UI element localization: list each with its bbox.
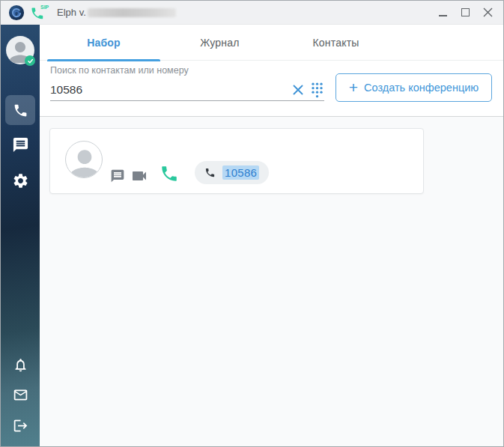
tab-dial-label: Набор [87, 37, 121, 49]
phone-icon [13, 103, 28, 118]
nav-notifications-button[interactable] [12, 356, 28, 373]
person-icon [65, 143, 103, 178]
maximize-button[interactable] [454, 1, 476, 25]
dialpad-button[interactable] [310, 82, 324, 98]
tab-journal-label: Журнал [200, 37, 239, 49]
video-call-button[interactable] [130, 167, 148, 188]
tab-journal[interactable]: Журнал [162, 25, 278, 61]
search-row [50, 79, 324, 101]
nav-mail-button[interactable] [12, 386, 28, 403]
close-icon [483, 7, 493, 17]
window-controls [431, 1, 499, 25]
content-area: 10586 [40, 117, 504, 447]
avatar-status-badge [25, 55, 35, 66]
dialpad-icon [310, 82, 324, 98]
close-icon [292, 84, 304, 96]
tab-contacts[interactable]: Контакты [278, 25, 394, 61]
app-window: { "window": { "title_prefix": "Elph v.",… [0, 0, 504, 447]
sip-phone-icon: SIP [30, 4, 51, 22]
app-logo-icon [8, 4, 25, 21]
chip-phone-icon [204, 167, 216, 178]
tab-dial[interactable]: Набор [46, 25, 162, 61]
chat-icon [110, 168, 125, 183]
redacted-version [88, 8, 176, 17]
window-title: Elph v. [57, 7, 176, 18]
search-input[interactable] [50, 80, 286, 100]
chat-action-button[interactable] [110, 168, 125, 186]
tab-bar: Набор Журнал Контакты [40, 25, 504, 61]
sidebar [1, 25, 40, 447]
nav-phone-button[interactable] [5, 95, 35, 125]
minimize-icon [439, 15, 447, 16]
main-header: Набор Журнал Контакты Поиск по контактам… [40, 25, 504, 117]
number-chip[interactable]: 10586 [195, 161, 269, 184]
tab-contacts-label: Контакты [312, 37, 359, 49]
search-label: Поиск по контактам или номеру [50, 65, 189, 76]
nav-chats-button[interactable] [11, 136, 29, 153]
chat-icon [12, 136, 29, 153]
phone-icon [160, 164, 179, 183]
maximize-icon [461, 8, 470, 16]
check-icon [27, 58, 34, 64]
svg-text:SIP: SIP [40, 4, 49, 10]
nav-settings-button[interactable] [11, 171, 29, 189]
bell-icon [13, 357, 28, 373]
chip-number: 10586 [222, 165, 259, 180]
minimize-button[interactable] [431, 1, 454, 25]
create-conference-button[interactable]: + Создать конференцию [336, 73, 492, 102]
call-button[interactable] [160, 164, 179, 186]
plus-icon: + [349, 79, 358, 95]
create-conference-label: Создать конференцию [364, 82, 479, 94]
contact-card[interactable]: 10586 [49, 128, 424, 194]
window-titlebar: SIP Elph v. [1, 1, 503, 25]
gear-icon [12, 172, 29, 189]
clear-search-button[interactable] [292, 84, 304, 96]
videocam-icon [130, 167, 148, 185]
mail-icon [13, 387, 28, 403]
logout-icon [13, 418, 28, 434]
close-button[interactable] [476, 1, 499, 25]
contact-avatar [65, 141, 103, 178]
nav-logout-button[interactable] [12, 417, 28, 434]
